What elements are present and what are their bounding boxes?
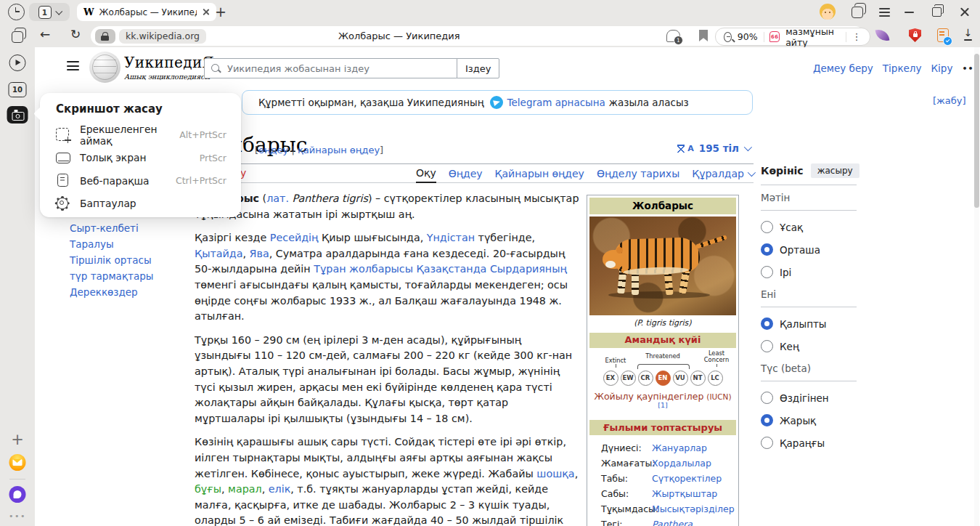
taxon-link[interactable]: Panthera [652, 517, 693, 526]
radio-option[interactable]: Ірі [761, 266, 857, 278]
language-selector[interactable]: A 195 тіл [677, 142, 750, 154]
read-aloud-icon[interactable]: 66 [769, 31, 780, 42]
panels-icon[interactable] [12, 31, 23, 43]
minimize-button[interactable] [905, 12, 914, 13]
mail-icon[interactable] [9, 454, 26, 471]
lock-icon[interactable] [95, 29, 115, 44]
taxon-link[interactable]: Сүтқоректілер [652, 471, 722, 486]
rail-add-button[interactable]: + [11, 431, 24, 448]
toc-item[interactable]: Тіршілік ортасы [70, 252, 153, 268]
tiger-photo[interactable] [589, 217, 736, 315]
toc-item[interactable]: Таралуы [70, 236, 153, 252]
omnibox[interactable]: kk.wikipedia.org Жолбарыс — Уикипедия 1 … [91, 26, 865, 46]
toc-item[interactable]: түр тармақтары [70, 268, 153, 284]
rail-more-icon[interactable]: ••• [9, 511, 26, 521]
screenshot-camera-icon[interactable] [7, 106, 28, 124]
reload-icon[interactable]: ↻ [70, 27, 81, 41]
browser-menu-icon[interactable] [879, 8, 890, 19]
wiki-menu-icon[interactable] [67, 61, 79, 73]
menu-item-full-screen[interactable]: Толық экран PrtScr [56, 147, 226, 170]
donate-link[interactable]: Демеу беру [813, 62, 873, 74]
extension-shield-lock-icon[interactable] [909, 28, 921, 42]
downloads-icon[interactable]: ↓ [963, 28, 973, 42]
status-link[interactable]: Жойылу қаупіндегілер [594, 391, 703, 402]
radio-icon[interactable] [761, 221, 773, 233]
comments-icon[interactable]: 1 [666, 30, 680, 42]
active-tab[interactable]: W Жолбарыс — Уикипед [77, 3, 216, 21]
media-play-icon[interactable] [9, 54, 26, 71]
extension-document-check-icon[interactable] [937, 28, 949, 42]
zoom-level[interactable]: 90% [738, 31, 758, 42]
article-link[interactable]: Қытайда [195, 248, 242, 259]
article-link[interactable]: Ресейдің [270, 232, 319, 243]
toc-item[interactable]: Дереккөздер [70, 284, 153, 300]
tab-close-icon[interactable] [202, 8, 210, 16]
close-window-button[interactable] [959, 7, 970, 17]
radio-selected-icon[interactable] [761, 414, 773, 426]
article-link[interactable]: марал [228, 483, 262, 495]
article-link[interactable]: шошқа [536, 468, 574, 480]
zoom-out-icon[interactable] [724, 32, 732, 42]
tab-tools[interactable]: Құралдар [692, 168, 754, 179]
edit-source-link[interactable]: қайнарын өңдеу [298, 145, 380, 155]
taxon-link[interactable]: Жануарлар [652, 440, 707, 456]
alice-assistant-icon[interactable] [9, 486, 26, 503]
radio-option[interactable]: Қараңғы [761, 437, 857, 449]
history-clock-icon[interactable] [8, 4, 25, 20]
radio-option[interactable]: Өздігінен [761, 392, 857, 404]
article-link[interactable]: Ява [250, 248, 269, 259]
extension-feather-icon[interactable] [875, 28, 890, 43]
side-panel-icon[interactable] [852, 7, 863, 18]
radio-selected-icon[interactable] [761, 317, 773, 330]
profile-avatar[interactable] [820, 4, 836, 20]
tab-counter[interactable]: 1 [29, 3, 70, 21]
telegram-channel-link[interactable]: Telegram арнасына [507, 97, 605, 108]
search-input[interactable] [204, 58, 457, 78]
menu-item-settings[interactable]: Баптаулар [56, 193, 226, 216]
radio-selected-icon[interactable] [761, 243, 773, 256]
article-link[interactable]: елік [269, 483, 291, 495]
toc-item[interactable]: Сырт-келбеті [70, 220, 153, 236]
counter-badge-icon[interactable]: 10 [9, 82, 27, 97]
menu-item-selected-area[interactable]: Ерекшеленген аймақ Alt+PrtScr [56, 124, 226, 147]
back-icon[interactable]: ← [40, 27, 50, 41]
appearance-hide-button[interactable]: жасыру [811, 163, 859, 178]
url-text[interactable]: kk.wikipedia.org [119, 29, 206, 44]
wikipedia-logo-globe[interactable] [89, 52, 121, 83]
new-tab-button[interactable]: + [211, 2, 230, 21]
tab-history[interactable]: Өңделу тарихы [597, 168, 679, 179]
article-link[interactable]: Қазақстанда [416, 263, 486, 275]
search-button[interactable]: Іздеу [457, 58, 499, 78]
menu-item-web-page[interactable]: Веб-парақша Ctrl+PrtScr [56, 169, 226, 193]
radio-option[interactable]: Кең [761, 340, 857, 352]
taxon-link[interactable]: Хордалылар [652, 456, 711, 471]
login-link[interactable]: Кіру [931, 62, 952, 74]
bookmark-icon[interactable] [699, 30, 708, 41]
radio-icon[interactable] [761, 392, 773, 404]
register-link[interactable]: Тіркелу [883, 62, 922, 74]
article-link[interactable]: Тұран жолбарысы [314, 263, 413, 275]
tab-read[interactable]: Оқу [416, 164, 436, 183]
page-scrollbar[interactable] [974, 47, 979, 526]
scrollbar-thumb[interactable] [974, 54, 979, 208]
radio-icon[interactable] [761, 437, 773, 449]
more-options-icon[interactable]: ⋮ [852, 32, 862, 41]
taxon-link[interactable]: Мысықтәрізділер [652, 501, 735, 517]
tab-edit-source[interactable]: Қайнарын өңдеу [495, 168, 584, 179]
radio-option[interactable]: Ұсақ [761, 221, 857, 233]
radio-icon[interactable] [761, 266, 773, 278]
tab-edit[interactable]: Өңдеу [449, 168, 483, 179]
radio-option[interactable]: Орташа [761, 243, 857, 256]
taxon-link[interactable]: Жыртқыштар [652, 486, 717, 501]
edit-link[interactable]: өңдеу [258, 145, 288, 155]
radio-icon[interactable] [761, 340, 773, 352]
article-link[interactable]: лат. [266, 193, 289, 204]
wikipedia-wordmark[interactable]: УикипедиЯ Ашық энциклопедиясы [124, 54, 214, 81]
status-reference[interactable]: [1] [658, 400, 667, 408]
radio-option[interactable]: Жарық [761, 414, 857, 426]
radio-option[interactable]: Қалыпты [761, 317, 857, 330]
banner-close-link[interactable]: [жабу] [933, 95, 966, 106]
article-link[interactable]: Сырдарияның [490, 263, 567, 275]
article-link[interactable]: Үндістан [427, 232, 475, 243]
read-aloud-label[interactable]: мазмұнын айту [785, 26, 840, 48]
